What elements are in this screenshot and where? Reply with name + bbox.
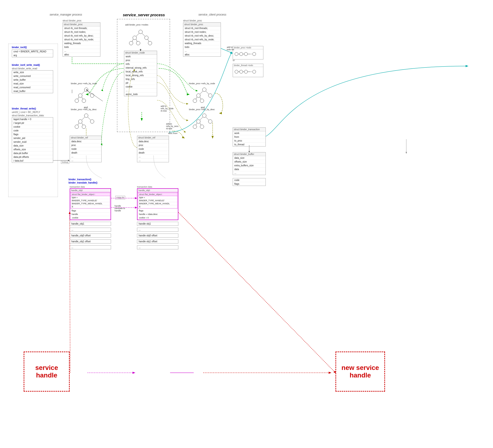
svg-point-25 (193, 99, 197, 103)
field-death-right: death (137, 151, 169, 155)
svg-line-39 (196, 123, 197, 125)
field-rb-root-nodes-left: struct rb_root nodes; (63, 30, 100, 34)
field-todo-left: todo (63, 45, 100, 49)
add-todo-list: add totodo list (227, 46, 234, 51)
svg-point-4 (75, 99, 79, 103)
add-refs-by-sesc: add torefs_by_sescrb tree (166, 123, 179, 130)
field-extra-buffers-size: extra_buffers_size (233, 164, 266, 168)
field-cookie-flat-left: .cookie (70, 216, 111, 220)
field-proc: proc (124, 59, 157, 62)
service-client-label: service_client process (198, 13, 226, 16)
field-data-buf: / data.buf (12, 159, 53, 162)
svg-text:binder_proc->refs_by_node: binder_proc->refs_by_node (71, 82, 97, 85)
svg-point-12 (84, 114, 88, 117)
field-from-txn: from (233, 135, 266, 139)
alloc-from: alloc from (168, 132, 177, 134)
binder-write-read-box: write_size write_consumed write_buffer r… (12, 70, 53, 93)
new-service-handle-text: new service handle (336, 364, 384, 379)
struct-binder-node: struct binder_node work proc refs intern… (124, 51, 157, 96)
ellipsis-right-box: ... (137, 228, 178, 232)
field-ellipsis-ref-right-1: ... (137, 155, 169, 159)
field-flags-right: flags (233, 182, 266, 186)
field-internal-strong-refs: internal_strong_refs (124, 66, 157, 70)
svg-point-13 (78, 120, 82, 123)
field-rb-root-threads-left: struct rb_root threads; (63, 26, 100, 30)
field-refs: refs (124, 62, 157, 66)
svg-point-59 (145, 36, 148, 40)
svg-point-56 (253, 70, 256, 73)
field-alloc-left: alloc (63, 53, 100, 56)
inner-field-e-left: E (71, 205, 110, 208)
svg-text:binder_proc->refs_by_desc: binder_proc->refs_by_desc (189, 108, 215, 111)
inner-field-e-right: E (138, 205, 177, 208)
svg-point-49 (235, 70, 238, 73)
struct-binder-node-title: struct binder_node (124, 51, 157, 55)
inner-field-type-left: type = (71, 196, 110, 199)
field-rb-root-threads-right: struct rb_root threads; (183, 26, 221, 30)
svg-point-35 (193, 125, 197, 128)
svg-text:binder_proc->refs_by_node: binder_proc->refs_by_node (189, 82, 215, 85)
inner-field-type-handle-right: BINDER_TYPE_HANDLE/ (138, 199, 177, 202)
svg-point-48 (253, 52, 256, 56)
svg-line-17 (82, 117, 85, 120)
field-work: work (124, 55, 157, 59)
or-label: or (233, 59, 235, 62)
svg-line-28 (206, 91, 209, 94)
field-flags: flags (12, 133, 53, 136)
field-handle-obj1-offset-left: handle_obj1 offset (70, 240, 111, 243)
binder-ioctl-write-read-label: binder_ioctl_write_read() (12, 64, 40, 66)
field-ellipsis-ref-left-2: ... (70, 159, 101, 162)
handle-obj1-offset-left-box: handle_obj1 offset (70, 239, 111, 244)
struct-binder-buffer: struct binder_buffer data_size offsets_s… (233, 152, 266, 175)
service-handle-text: service handle (24, 364, 69, 379)
field-handle-obj1-right: handle obj1 (137, 222, 178, 225)
svg-point-33 (197, 120, 200, 123)
field-rb-root-nodes-right: struct rb_root nodes; (183, 30, 221, 34)
svg-point-50 (240, 70, 243, 73)
field-offsets-size: offsets_size (12, 148, 53, 151)
field-tmp-refs: tmp_refs (124, 77, 157, 81)
and-left: and (84, 106, 88, 109)
binder-thread-todo-title: binder_thread->todo (233, 64, 263, 67)
copy-to-label: copy to (115, 196, 125, 199)
svg-line-66 (136, 39, 137, 42)
field-ellipsis-right-txn: ... (137, 228, 178, 231)
svg-point-62 (148, 41, 152, 45)
binder-thread-write-label: binder_thread_write() (12, 107, 36, 110)
ellipsis-right-box2: ... (137, 245, 178, 249)
binder-ioctl-label: binder_ioctl() (12, 46, 27, 49)
transaction-data-right-label: transaction data (137, 186, 152, 188)
field-death-left: death (70, 151, 101, 155)
field-handle-flat-left: handle (70, 213, 111, 216)
struct-binder-transaction-title: struct binder_transaction (233, 128, 266, 131)
ellipsis-left-box2: ... (70, 245, 111, 249)
struct-binder-transaction-data-label: struct binder_transaction_data: (12, 114, 44, 117)
tree-refs-by-desc-left: binder_proc->refs_by_desc (70, 107, 103, 131)
svg-point-32 (202, 114, 206, 117)
field-write-consumed: write_consumed (12, 74, 53, 78)
field-sender-pid: sender_pid (12, 136, 53, 140)
struct-binder-ref-right-title: struct binder_ref (137, 136, 169, 140)
field-flags-flat-right: flags (137, 209, 178, 213)
field-arg: arg (12, 53, 53, 57)
handle-obj0-offset-right-box: handle obj0 offset (137, 234, 178, 238)
tree-refs-by-node-right: binder_proc->refs_by_node (188, 81, 221, 105)
field-write-buffer: write_buffer (12, 78, 53, 82)
field-ellipsis-right-txn2: ... (137, 245, 178, 249)
svg-point-26 (200, 99, 204, 103)
svg-point-61 (136, 41, 140, 45)
struct-binder-ref-right: struct binder_ref data.desc proc node de… (137, 136, 169, 162)
svg-point-5 (82, 99, 86, 103)
field-handle-obj0-offset-right: handle obj0 offset (137, 234, 178, 237)
field-ellipsis-left: ... (63, 49, 100, 53)
ellipsis-left-box: ... (70, 228, 111, 232)
field-local-strong-refs: local_strong_refs (124, 74, 157, 77)
svg-line-38 (206, 117, 209, 120)
svg-line-63 (136, 33, 139, 36)
field-proc-ref-right: proc (137, 143, 169, 147)
field-local-weak-refs: local_weak_refs (124, 70, 157, 74)
field-target-ptr: / target.ptr (12, 121, 53, 125)
field-to-proc-txn: to_proc (233, 139, 266, 143)
inner-field-type-weak-right: BINDER_TYPE_WEAK_HANDL (138, 202, 177, 205)
field-tagert-handle: tagert.handle = 0 (12, 117, 53, 121)
